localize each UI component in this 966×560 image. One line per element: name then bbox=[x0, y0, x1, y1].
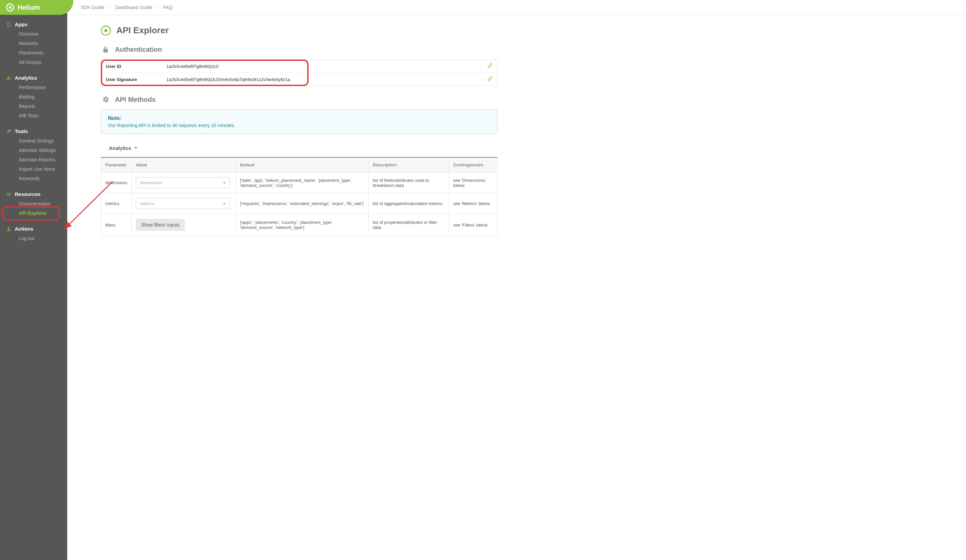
col-parameter: Parameter bbox=[101, 157, 132, 172]
svg-point-10 bbox=[7, 195, 7, 195]
show-filters-button[interactable]: Show filters Inputs bbox=[136, 219, 185, 231]
authentication-heading: Authentication bbox=[101, 46, 498, 53]
sidebar-section-apps[interactable]: Apps bbox=[0, 20, 67, 29]
sidebar-item-general-settings[interactable]: General Settings bbox=[0, 136, 67, 146]
breadcrumb-item[interactable]: Dashboard Guide bbox=[115, 5, 152, 10]
page-title-icon bbox=[101, 26, 111, 36]
auth-value: 1a2b3c4d5e6f7g8h9i0j1k2l bbox=[166, 64, 219, 69]
sidebar-item-a-b-tests[interactable]: A/B Tests bbox=[0, 111, 67, 120]
collapse-label: Analytics bbox=[109, 145, 131, 151]
breadcrumb-item[interactable]: SDK Guide bbox=[80, 5, 104, 10]
param-contingencies: see 'Dimensions' below bbox=[449, 172, 498, 193]
param-contingencies: see 'Metrics' below bbox=[449, 193, 498, 214]
sidebar-section-title: Resources bbox=[15, 191, 41, 197]
col-value: Value bbox=[131, 157, 236, 172]
sidebar-item-import-line-items[interactable]: Import Line Items bbox=[0, 164, 67, 174]
sidebar-item-adomain-settings[interactable]: Adomain Settings bbox=[0, 146, 67, 155]
svg-rect-2 bbox=[7, 77, 8, 79]
sidebar-section-title: Analytics bbox=[15, 75, 37, 80]
param-description: list of aggregated/calculated metrics bbox=[368, 193, 449, 214]
gears-icon bbox=[101, 95, 110, 103]
user-icon bbox=[6, 227, 12, 231]
page-title: API Explorer bbox=[101, 25, 498, 36]
content: API Explorer Authentication User ID 1a2b… bbox=[67, 15, 518, 250]
sidebar-item-api-explorer[interactable]: API Explorer bbox=[0, 209, 67, 218]
breadcrumb-item[interactable]: FAQ bbox=[163, 5, 172, 10]
auth-row: User Signature 1a2b3c4d5e6f7g8h9i0j1k2l3… bbox=[101, 72, 497, 86]
copy-link-icon[interactable] bbox=[487, 76, 493, 82]
chevron-right-icon: › bbox=[157, 5, 158, 10]
param-contingencies: see 'Filters' below bbox=[449, 214, 498, 236]
analytics-collapse[interactable]: Analytics bbox=[109, 145, 498, 151]
copy-link-icon[interactable] bbox=[487, 63, 493, 69]
bar-icon bbox=[6, 76, 12, 80]
section-title: Authentication bbox=[115, 46, 162, 53]
table-row: filtersShow filters Inputs['apps', 'plac… bbox=[101, 214, 498, 236]
col-description: Description bbox=[368, 157, 449, 172]
sidebar-item-bidding[interactable]: Bidding bbox=[0, 92, 67, 102]
metrics-select[interactable]: metrics▾ bbox=[136, 198, 230, 209]
sidebar-item-placements[interactable]: Placements bbox=[0, 48, 67, 57]
sidebar-section-resources[interactable]: Resources bbox=[0, 189, 67, 199]
list-icon bbox=[6, 192, 12, 197]
sidebar-section-actions[interactable]: Actions bbox=[0, 224, 67, 233]
wrench-icon bbox=[6, 129, 12, 134]
select-placeholder: dimensions bbox=[140, 180, 163, 185]
sidebar-section-analytics[interactable]: Analytics bbox=[0, 73, 67, 83]
sidebar-section-tools[interactable]: Tools bbox=[0, 126, 67, 136]
dimensions-select[interactable]: dimensions▾ bbox=[136, 177, 230, 188]
sidebar-item-ad-groups[interactable]: Ad Groups bbox=[0, 57, 67, 67]
brand[interactable]: Helium bbox=[0, 0, 73, 15]
lock-icon bbox=[101, 46, 110, 53]
brand-name: Helium bbox=[18, 4, 40, 11]
sidebar-item-keywords[interactable]: Keywords bbox=[0, 174, 67, 183]
sidebar-item-documentation[interactable]: Documentation bbox=[0, 199, 67, 209]
param-name: dimensions bbox=[101, 172, 132, 193]
svg-point-8 bbox=[7, 192, 7, 193]
caret-down-icon: ▾ bbox=[223, 201, 225, 206]
main: SDK Guide › Dashboard Guide › FAQ API Ex… bbox=[67, 0, 966, 560]
table-header-row: Parameter Value Default Description Cont… bbox=[101, 157, 498, 172]
api-methods-heading: API Methods bbox=[101, 95, 498, 103]
svg-point-9 bbox=[7, 194, 7, 194]
page-title-text: API Explorer bbox=[116, 25, 169, 36]
sidebar-section-title: Tools bbox=[15, 128, 28, 134]
param-value: Show filters Inputs bbox=[131, 214, 236, 236]
param-description: list of properties/attributes to filter … bbox=[368, 214, 449, 236]
chevron-down-icon bbox=[133, 145, 138, 151]
auth-table: User ID 1a2b3c4d5e6f7g8h9i0j1k2l User Si… bbox=[101, 59, 498, 86]
auth-key: User ID bbox=[106, 64, 166, 69]
sidebar-item-performance[interactable]: Performance bbox=[0, 83, 67, 92]
sidebar-item-reports[interactable]: Reports bbox=[0, 102, 67, 111]
auth-row: User ID 1a2b3c4d5e6f7g8h9i0j1k2l bbox=[101, 60, 497, 72]
sidebar-item-overview[interactable]: Overview bbox=[0, 29, 67, 39]
param-default: ['apps', 'placements', 'country', 'place… bbox=[236, 214, 368, 236]
sidebar-item-adomain-reports[interactable]: Adomain Reports bbox=[0, 155, 67, 164]
brand-logo-icon bbox=[6, 3, 14, 11]
param-description: list of fields/attributes used to breakd… bbox=[368, 172, 449, 193]
note-body: Our Reporting API is limited to 40 reque… bbox=[108, 123, 490, 128]
chevron-right-icon: › bbox=[109, 5, 110, 10]
sidebar-section-title: Apps bbox=[15, 21, 28, 27]
svg-rect-3 bbox=[8, 76, 9, 79]
auth-value: 1a2b3c4d5e6f7g8h9i0j1k2l3m4n5o6p7q8r9s0t… bbox=[166, 77, 290, 82]
note-title: Note: bbox=[108, 115, 490, 122]
note-box: Note: Our Reporting API is limited to 40… bbox=[101, 110, 498, 134]
breadcrumb: SDK Guide › Dashboard Guide › FAQ bbox=[67, 0, 966, 15]
param-default: ['date', 'app', 'helium_placement_name',… bbox=[236, 172, 368, 193]
sidebar: Helium AppsOverviewNetworksPlacementsAd … bbox=[0, 0, 67, 560]
svg-point-11 bbox=[8, 227, 10, 229]
param-value: dimensions▾ bbox=[131, 172, 236, 193]
table-row: metricsmetrics▾['requests', 'impressions… bbox=[101, 193, 498, 214]
sidebar-section-title: Actions bbox=[15, 226, 33, 232]
section-title: API Methods bbox=[115, 96, 156, 103]
param-value: metrics▾ bbox=[131, 193, 236, 214]
auth-key: User Signature bbox=[106, 77, 166, 82]
param-default: ['requests', 'impressions', 'estimated_e… bbox=[236, 193, 368, 214]
sidebar-item-log-out[interactable]: Log out bbox=[0, 233, 67, 243]
phone-icon bbox=[6, 22, 12, 27]
parameters-table: Parameter Value Default Description Cont… bbox=[101, 157, 498, 236]
param-name: metrics bbox=[101, 193, 132, 214]
select-placeholder: metrics bbox=[140, 201, 154, 206]
sidebar-item-networks[interactable]: Networks bbox=[0, 39, 67, 48]
